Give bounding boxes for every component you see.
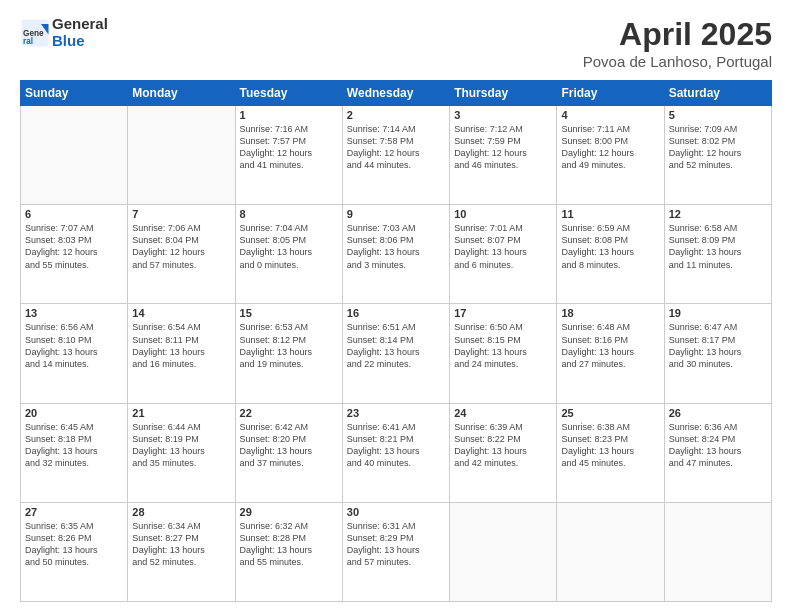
- day-info: Sunrise: 7:04 AMSunset: 8:05 PMDaylight:…: [240, 222, 338, 271]
- day-number: 23: [347, 407, 445, 419]
- day-number: 11: [561, 208, 659, 220]
- month-title: April 2025: [583, 16, 772, 53]
- day-info: Sunrise: 7:06 AMSunset: 8:04 PMDaylight:…: [132, 222, 230, 271]
- calendar-cell: 15Sunrise: 6:53 AMSunset: 8:12 PMDayligh…: [235, 304, 342, 403]
- calendar-header-row: SundayMondayTuesdayWednesdayThursdayFrid…: [21, 81, 772, 106]
- day-info: Sunrise: 6:35 AMSunset: 8:26 PMDaylight:…: [25, 520, 123, 569]
- day-number: 19: [669, 307, 767, 319]
- day-number: 15: [240, 307, 338, 319]
- logo-blue: Blue: [52, 32, 85, 49]
- day-number: 26: [669, 407, 767, 419]
- calendar-cell: [21, 106, 128, 205]
- day-number: 10: [454, 208, 552, 220]
- day-info: Sunrise: 6:58 AMSunset: 8:09 PMDaylight:…: [669, 222, 767, 271]
- general-blue-icon: Gene ral: [20, 18, 50, 48]
- day-info: Sunrise: 6:34 AMSunset: 8:27 PMDaylight:…: [132, 520, 230, 569]
- calendar-cell: 26Sunrise: 6:36 AMSunset: 8:24 PMDayligh…: [664, 403, 771, 502]
- calendar-cell: 29Sunrise: 6:32 AMSunset: 8:28 PMDayligh…: [235, 502, 342, 601]
- day-of-week-wednesday: Wednesday: [342, 81, 449, 106]
- day-info: Sunrise: 6:45 AMSunset: 8:18 PMDaylight:…: [25, 421, 123, 470]
- day-of-week-monday: Monday: [128, 81, 235, 106]
- day-info: Sunrise: 6:56 AMSunset: 8:10 PMDaylight:…: [25, 321, 123, 370]
- day-info: Sunrise: 7:12 AMSunset: 7:59 PMDaylight:…: [454, 123, 552, 172]
- calendar-cell: 19Sunrise: 6:47 AMSunset: 8:17 PMDayligh…: [664, 304, 771, 403]
- title-block: April 2025 Povoa de Lanhoso, Portugal: [583, 16, 772, 70]
- header: Gene ral General Blue April 2025 Povoa d…: [20, 16, 772, 70]
- calendar-cell: 30Sunrise: 6:31 AMSunset: 8:29 PMDayligh…: [342, 502, 449, 601]
- calendar-cell: 27Sunrise: 6:35 AMSunset: 8:26 PMDayligh…: [21, 502, 128, 601]
- day-info: Sunrise: 7:09 AMSunset: 8:02 PMDaylight:…: [669, 123, 767, 172]
- location-title: Povoa de Lanhoso, Portugal: [583, 53, 772, 70]
- day-number: 8: [240, 208, 338, 220]
- page: Gene ral General Blue April 2025 Povoa d…: [0, 0, 792, 612]
- calendar-cell: 25Sunrise: 6:38 AMSunset: 8:23 PMDayligh…: [557, 403, 664, 502]
- day-info: Sunrise: 7:03 AMSunset: 8:06 PMDaylight:…: [347, 222, 445, 271]
- calendar-cell: 8Sunrise: 7:04 AMSunset: 8:05 PMDaylight…: [235, 205, 342, 304]
- calendar-week-1: 1Sunrise: 7:16 AMSunset: 7:57 PMDaylight…: [21, 106, 772, 205]
- day-info: Sunrise: 6:54 AMSunset: 8:11 PMDaylight:…: [132, 321, 230, 370]
- calendar-cell: 9Sunrise: 7:03 AMSunset: 8:06 PMDaylight…: [342, 205, 449, 304]
- day-info: Sunrise: 6:31 AMSunset: 8:29 PMDaylight:…: [347, 520, 445, 569]
- day-info: Sunrise: 6:32 AMSunset: 8:28 PMDaylight:…: [240, 520, 338, 569]
- day-number: 2: [347, 109, 445, 121]
- day-info: Sunrise: 7:16 AMSunset: 7:57 PMDaylight:…: [240, 123, 338, 172]
- day-number: 28: [132, 506, 230, 518]
- day-number: 1: [240, 109, 338, 121]
- day-info: Sunrise: 7:07 AMSunset: 8:03 PMDaylight:…: [25, 222, 123, 271]
- calendar-cell: 2Sunrise: 7:14 AMSunset: 7:58 PMDaylight…: [342, 106, 449, 205]
- calendar-cell: [557, 502, 664, 601]
- calendar-cell: 17Sunrise: 6:50 AMSunset: 8:15 PMDayligh…: [450, 304, 557, 403]
- day-number: 22: [240, 407, 338, 419]
- day-info: Sunrise: 7:14 AMSunset: 7:58 PMDaylight:…: [347, 123, 445, 172]
- calendar-cell: 16Sunrise: 6:51 AMSunset: 8:14 PMDayligh…: [342, 304, 449, 403]
- day-info: Sunrise: 6:59 AMSunset: 8:08 PMDaylight:…: [561, 222, 659, 271]
- day-info: Sunrise: 7:01 AMSunset: 8:07 PMDaylight:…: [454, 222, 552, 271]
- day-number: 18: [561, 307, 659, 319]
- day-number: 13: [25, 307, 123, 319]
- day-info: Sunrise: 6:39 AMSunset: 8:22 PMDaylight:…: [454, 421, 552, 470]
- day-of-week-saturday: Saturday: [664, 81, 771, 106]
- day-number: 25: [561, 407, 659, 419]
- calendar-cell: 14Sunrise: 6:54 AMSunset: 8:11 PMDayligh…: [128, 304, 235, 403]
- day-number: 4: [561, 109, 659, 121]
- day-info: Sunrise: 7:11 AMSunset: 8:00 PMDaylight:…: [561, 123, 659, 172]
- calendar-cell: 24Sunrise: 6:39 AMSunset: 8:22 PMDayligh…: [450, 403, 557, 502]
- calendar-cell: 10Sunrise: 7:01 AMSunset: 8:07 PMDayligh…: [450, 205, 557, 304]
- day-info: Sunrise: 6:36 AMSunset: 8:24 PMDaylight:…: [669, 421, 767, 470]
- calendar-cell: [450, 502, 557, 601]
- day-number: 3: [454, 109, 552, 121]
- day-number: 29: [240, 506, 338, 518]
- calendar-week-5: 27Sunrise: 6:35 AMSunset: 8:26 PMDayligh…: [21, 502, 772, 601]
- calendar-cell: 23Sunrise: 6:41 AMSunset: 8:21 PMDayligh…: [342, 403, 449, 502]
- day-of-week-sunday: Sunday: [21, 81, 128, 106]
- calendar-cell: 3Sunrise: 7:12 AMSunset: 7:59 PMDaylight…: [450, 106, 557, 205]
- day-info: Sunrise: 6:47 AMSunset: 8:17 PMDaylight:…: [669, 321, 767, 370]
- calendar-cell: 18Sunrise: 6:48 AMSunset: 8:16 PMDayligh…: [557, 304, 664, 403]
- day-info: Sunrise: 6:48 AMSunset: 8:16 PMDaylight:…: [561, 321, 659, 370]
- calendar-cell: 13Sunrise: 6:56 AMSunset: 8:10 PMDayligh…: [21, 304, 128, 403]
- calendar-cell: 11Sunrise: 6:59 AMSunset: 8:08 PMDayligh…: [557, 205, 664, 304]
- calendar-cell: 7Sunrise: 7:06 AMSunset: 8:04 PMDaylight…: [128, 205, 235, 304]
- day-number: 20: [25, 407, 123, 419]
- calendar-cell: 12Sunrise: 6:58 AMSunset: 8:09 PMDayligh…: [664, 205, 771, 304]
- day-number: 6: [25, 208, 123, 220]
- day-number: 30: [347, 506, 445, 518]
- day-of-week-thursday: Thursday: [450, 81, 557, 106]
- calendar-cell: 20Sunrise: 6:45 AMSunset: 8:18 PMDayligh…: [21, 403, 128, 502]
- calendar-cell: [664, 502, 771, 601]
- day-info: Sunrise: 6:51 AMSunset: 8:14 PMDaylight:…: [347, 321, 445, 370]
- day-number: 21: [132, 407, 230, 419]
- calendar-cell: 4Sunrise: 7:11 AMSunset: 8:00 PMDaylight…: [557, 106, 664, 205]
- calendar-cell: 21Sunrise: 6:44 AMSunset: 8:19 PMDayligh…: [128, 403, 235, 502]
- day-number: 27: [25, 506, 123, 518]
- day-number: 7: [132, 208, 230, 220]
- calendar-week-3: 13Sunrise: 6:56 AMSunset: 8:10 PMDayligh…: [21, 304, 772, 403]
- day-info: Sunrise: 6:42 AMSunset: 8:20 PMDaylight:…: [240, 421, 338, 470]
- calendar-cell: 22Sunrise: 6:42 AMSunset: 8:20 PMDayligh…: [235, 403, 342, 502]
- logo-text: General Blue: [52, 16, 108, 49]
- svg-text:ral: ral: [23, 37, 33, 46]
- day-info: Sunrise: 6:53 AMSunset: 8:12 PMDaylight:…: [240, 321, 338, 370]
- day-number: 5: [669, 109, 767, 121]
- day-info: Sunrise: 6:38 AMSunset: 8:23 PMDaylight:…: [561, 421, 659, 470]
- day-number: 24: [454, 407, 552, 419]
